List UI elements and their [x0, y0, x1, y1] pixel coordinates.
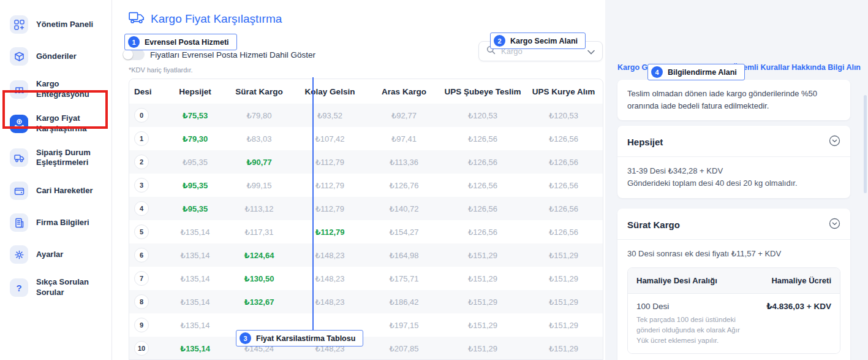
- column-header-carrier: UPS Kurye Alım: [523, 87, 603, 96]
- annotation-2-number: 2: [494, 35, 505, 47]
- price-cell: ₺151,29: [442, 251, 523, 260]
- table-header-row: DesiHepsijetSürat KargoKolay GelsinAras …: [129, 79, 603, 104]
- price-cell: ₺151,29: [442, 274, 523, 283]
- column-header-carrier: Hepsijet: [166, 87, 224, 96]
- desi-cell: 0: [129, 108, 166, 123]
- price-cell: ₺151,29: [442, 321, 523, 330]
- price-cell: ₺132,67: [224, 297, 294, 307]
- table-row: 3₺95,35₺99,15₺112,79₺126,76₺126,56₺126,5…: [129, 174, 603, 197]
- sidebar-item-cari-hareketler[interactable]: Cari Hareketler: [0, 175, 111, 207]
- price-cell: ₺126,56: [523, 134, 603, 144]
- sidebar-item-kargo-entegrasyonu[interactable]: Kargo Entegrasyonu: [0, 72, 111, 107]
- price-cell: ₺97,41: [366, 134, 442, 144]
- desi-badge: 9: [134, 318, 149, 332]
- table-row: 1₺79,30₺83,03₺107,42₺97,41₺126,56₺126,56: [129, 127, 603, 150]
- hamaliye-range: 100 Desi: [636, 301, 749, 313]
- annotation-1: 1 Evrensel Posta Hizmeti: [124, 34, 237, 50]
- chevron-circle-icon[interactable]: [829, 218, 840, 232]
- price-cell: ₺148,23: [294, 297, 366, 307]
- price-cell: ₺92,77: [366, 111, 442, 120]
- price-cell: ₺151,29: [523, 297, 603, 307]
- column-header-carrier: UPS Şubeye Teslim: [442, 87, 523, 96]
- annotation-3-pointer-line: [312, 77, 314, 331]
- surat-card-header[interactable]: Sürat Kargo: [617, 209, 850, 240]
- sidebar-item-ayarlar[interactable]: Ayarlar: [0, 239, 111, 270]
- price-cell: ₺186,42: [366, 297, 442, 307]
- price-cell: ₺135,14: [166, 274, 224, 283]
- price-cell: ₺120,53: [442, 111, 523, 120]
- price-cell: ₺175,71: [366, 274, 442, 283]
- page-title: Kargo Fiyat Karşılaştırma: [129, 11, 282, 27]
- price-cell: ₺112,79: [294, 228, 366, 237]
- hamaliye-fee: ₺4.836,03 + KDV: [766, 301, 831, 345]
- package-icon: [10, 47, 28, 66]
- hepsijet-card: Hepsijet 31-39 Desi ₺342,28 + KDV Gönder…: [617, 126, 850, 198]
- price-cell: ₺93,52: [294, 111, 366, 120]
- price-cell: ₺151,29: [442, 297, 523, 307]
- annotation-3-label: Fiyat Karsilastirma Tablosu: [256, 334, 355, 343]
- price-cell: ₺126,56: [523, 228, 603, 237]
- surat-kargo-card: Sürat Kargo 30 Desi sonrası ek desi fiya…: [617, 209, 850, 360]
- price-cell: ₺79,30: [166, 134, 224, 144]
- desi-badge: 6: [134, 248, 149, 262]
- price-cell: ₺151,29: [523, 344, 603, 353]
- price-cell: ₺126,56: [442, 228, 523, 237]
- price-cell: ₺151,29: [523, 321, 603, 330]
- sidebar-item-label: Cari Hareketler: [36, 186, 107, 196]
- hepsijet-card-title: Hepsijet: [627, 137, 663, 147]
- price-cell: ₺148,23: [294, 274, 366, 283]
- table-row: 7₺135,14₺130,50₺148,23₺175,71₺151,29₺151…: [129, 267, 603, 290]
- sidebar-item-label: Kargo Fiyat Karşılaştırma: [36, 113, 107, 134]
- price-cell: ₺107,42: [294, 134, 366, 144]
- hepsijet-card-header[interactable]: Hepsijet: [617, 126, 850, 157]
- page-title-text: Kargo Fiyat Karşılaştırma: [151, 12, 282, 26]
- scrollbar-thumb[interactable]: [864, 95, 867, 193]
- sidebar: Yönetim PaneliGönderilerKargo Entegrasyo…: [0, 0, 112, 360]
- annotation-4-label: Bilgilendirme Alani: [668, 68, 737, 77]
- price-cell: ₺112,79: [294, 158, 366, 167]
- universal-postal-toggle[interactable]: [123, 49, 145, 60]
- price-cell: ₺113,12: [224, 204, 294, 213]
- price-cell: ₺95,35: [166, 181, 224, 190]
- sidebar-item-kargo-fiyat-karsilastirma[interactable]: Kargo Fiyat Karşılaştırma: [0, 107, 111, 141]
- annotation-2-label: Kargo Secim Alani: [510, 37, 578, 45]
- column-header-carrier: Sürat Kargo: [224, 87, 294, 96]
- price-cell: ₺135,14: [166, 251, 224, 260]
- sidebar-item-siparis-durum-eslestirmeleri[interactable]: Sipariş Durum Eşleştirmeleri: [0, 141, 111, 175]
- price-cell: ₺90,77: [224, 158, 294, 167]
- annotation-4-number: 4: [651, 66, 663, 78]
- chevron-circle-icon[interactable]: [829, 135, 840, 149]
- price-cell: ₺126,76: [366, 181, 442, 190]
- sidebar-item-yonetim-paneli[interactable]: Yönetim Paneli: [0, 9, 111, 40]
- table-row: 10₺135,14₺145,24₺148,23₺207,85₺151,29₺15…: [129, 337, 603, 360]
- surat-extra-desi-line: 30 Desi sonrası ek desi fiyatı ₺11,57 + …: [627, 248, 840, 260]
- sidebar-item-label: Sıkça Sorulan Sorular: [36, 277, 107, 298]
- hamaliye-range-note: Tek parçada 100 desi üstündeki gönderi o…: [636, 315, 749, 345]
- price-cell: ₺148,23: [294, 251, 366, 260]
- info-panel: Kargo Gönder e Önemli Kurallar Hakkında …: [605, 0, 868, 360]
- table-row: 5₺135,14₺117,31₺112,79₺154,27₺126,56₺126…: [129, 220, 603, 243]
- price-cell: ₺151,29: [523, 274, 603, 283]
- price-cell: ₺197,15: [366, 321, 442, 330]
- sidebar-item-label: Gönderiler: [36, 52, 107, 62]
- toggle-label: Fiyatları Evrensel Posta Hizmeti Dahil G…: [150, 50, 315, 59]
- price-cell: ₺151,29: [523, 251, 603, 260]
- desi-cell: 6: [129, 248, 166, 262]
- desi-cell: 8: [129, 294, 166, 309]
- sidebar-item-firma-bilgileri[interactable]: Firma Bilgileri: [0, 207, 111, 239]
- desi-cell: 7: [129, 271, 166, 286]
- price-cell: ₺135,14: [166, 344, 224, 353]
- desi-cell: 3: [129, 178, 166, 193]
- price-cell: ₺112,79: [294, 181, 366, 190]
- rules-link-right[interactable]: e Önemli Kurallar Hakkında Bilgi Alın: [726, 63, 861, 72]
- sidebar-item-sikca-sorulan-sorular[interactable]: ?Sıkça Sorulan Sorular: [0, 270, 111, 305]
- price-cell: ₺112,79: [294, 204, 366, 213]
- desi-badge: 2: [134, 155, 149, 169]
- price-compare-icon: [10, 115, 28, 133]
- sidebar-item-label: Yönetim Paneli: [36, 20, 107, 30]
- sidebar-item-gonderiler[interactable]: Gönderiler: [0, 40, 111, 72]
- annotation-3-number: 3: [240, 332, 251, 344]
- price-cell: ₺95,35: [166, 158, 224, 167]
- hepsijet-rule-line2: Gönderideki toplam desi 40 desi 20 kg ol…: [627, 177, 840, 190]
- hamaliye-col-range: Hamaliye Desi Aralığı: [636, 275, 717, 287]
